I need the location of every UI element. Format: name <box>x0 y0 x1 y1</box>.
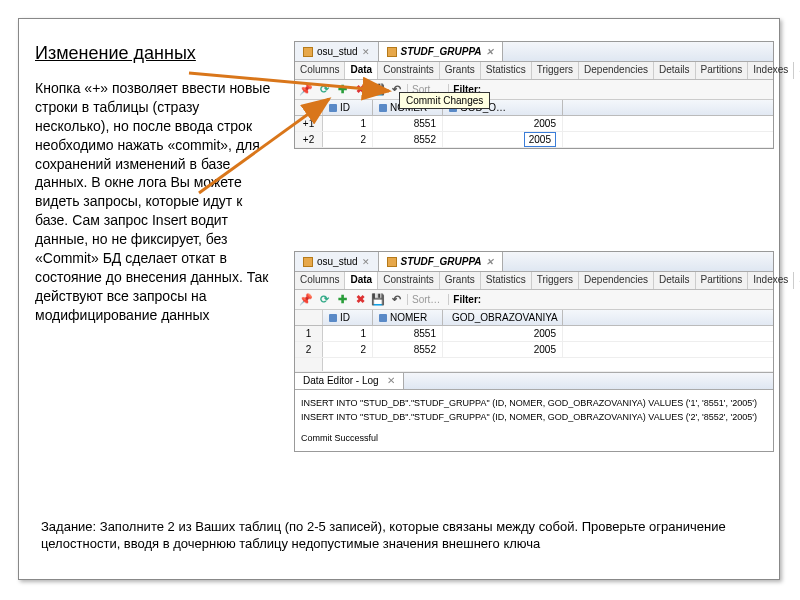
subtab-constraints[interactable]: Constraints <box>378 272 440 289</box>
col-nomer[interactable]: NOMER <box>373 310 443 325</box>
cell[interactable]: 2005 <box>443 342 563 357</box>
column-icon <box>329 314 337 322</box>
subtab-columns[interactable]: Columns <box>295 62 345 79</box>
worksheet-tab-studf-gruppa[interactable]: STUDF_GRUPPA ✕ <box>379 252 503 271</box>
close-icon[interactable]: ✕ <box>486 47 494 57</box>
table-icon <box>303 257 313 267</box>
log-tabbar: Data Editor - Log ✕ <box>295 372 773 390</box>
cell[interactable]: 8551 <box>373 116 443 131</box>
log-tab[interactable]: Data Editor - Log ✕ <box>295 373 404 389</box>
worksheet-tab-osu-stud[interactable]: osu_stud ✕ <box>295 42 379 61</box>
detail-tabs: Columns Data Constraints Grants Statisti… <box>295 272 773 290</box>
pin-icon[interactable]: 📌 <box>299 83 313 97</box>
subtab-statistics[interactable]: Statistics <box>481 272 532 289</box>
worksheet-tab-osu-stud[interactable]: osu_stud ✕ <box>295 252 379 271</box>
table-row[interactable]: 1 1 8551 2005 <box>295 326 773 342</box>
rownum: 1 <box>295 326 323 341</box>
cell[interactable]: 2 <box>323 342 373 357</box>
tab-label: osu_stud <box>317 256 358 267</box>
tooltip-commit: Commit Changes <box>399 92 490 109</box>
worksheet-tabs: osu_stud ✕ STUDF_GRUPPA ✕ <box>295 252 773 272</box>
table-icon <box>387 257 397 267</box>
table-row[interactable]: +1 1 8551 2005 <box>295 116 773 132</box>
tab-label: STUDF_GRUPPA <box>401 256 482 267</box>
subtab-data[interactable]: Data <box>345 272 378 289</box>
body-text: Кнопка «+» позволяет ввести новые строки… <box>35 79 275 325</box>
cell[interactable]: 2005 <box>443 326 563 341</box>
subtab-grants[interactable]: Grants <box>440 272 481 289</box>
subtab-data[interactable]: Data <box>345 62 378 79</box>
subtab-columns[interactable]: Columns <box>295 272 345 289</box>
table-row[interactable]: +2 2 8552 2005 <box>295 132 773 148</box>
close-icon[interactable]: ✕ <box>362 47 370 57</box>
tab-label: STUDF_GRUPPA <box>401 46 482 57</box>
log-body: INSERT INTO "STUD_DB"."STUDF_GRUPPA" (ID… <box>295 390 773 451</box>
cell[interactable]: 1 <box>323 116 373 131</box>
delete-row-icon[interactable]: ✖ <box>353 293 367 307</box>
log-line: INSERT INTO "STUD_DB"."STUDF_GRUPPA" (ID… <box>301 410 767 424</box>
rownum: +1 <box>295 116 323 131</box>
subtab-triggers[interactable]: Triggers <box>532 272 579 289</box>
rownum-header <box>295 100 323 115</box>
slide: Изменение данных Кнопка «+» позволяет вв… <box>18 18 780 580</box>
sort-button[interactable]: Sort… <box>407 294 444 305</box>
close-icon[interactable]: ✕ <box>362 257 370 267</box>
table-row-empty <box>295 358 773 372</box>
rownum: +2 <box>295 132 323 147</box>
close-icon[interactable]: ✕ <box>387 375 395 386</box>
subtab-indexes[interactable]: Indexes <box>748 272 794 289</box>
cell[interactable]: 2005 <box>443 116 563 131</box>
cell[interactable]: 8551 <box>373 326 443 341</box>
filter-label: Filter: <box>448 294 485 305</box>
sql-panel-edit: osu_stud ✕ STUDF_GRUPPA ✕ Columns Data C… <box>294 41 774 149</box>
table-icon <box>387 47 397 57</box>
subtab-partitions[interactable]: Partitions <box>696 62 749 79</box>
subtab-statistics[interactable]: Statistics <box>481 62 532 79</box>
close-icon[interactable]: ✕ <box>486 257 494 267</box>
subtab-sql[interactable]: SQL <box>794 62 800 79</box>
rollback-icon[interactable]: ↶ <box>389 293 403 307</box>
add-row-icon[interactable]: ✚ <box>335 83 349 97</box>
subtab-dependencies[interactable]: Dependencies <box>579 272 654 289</box>
commit-icon[interactable]: 💾 <box>371 293 385 307</box>
subtab-partitions[interactable]: Partitions <box>696 272 749 289</box>
log-status: Commit Successful <box>301 431 767 445</box>
col-id[interactable]: ID <box>323 100 373 115</box>
data-grid: ID NOMER GOD_OBRAZOVANIYA 1 1 8551 2005 … <box>295 310 773 372</box>
column-icon <box>329 104 337 112</box>
subtab-constraints[interactable]: Constraints <box>378 62 440 79</box>
data-toolbar: 📌 ⟳ ✚ ✖ 💾 ↶ Sort… Filter: <box>295 80 773 100</box>
subtab-grants[interactable]: Grants <box>440 62 481 79</box>
cell-editing[interactable]: 2005 <box>443 132 563 147</box>
data-grid: ID NOMER GOD_O… +1 1 8551 2005 +2 2 8552… <box>295 100 773 148</box>
detail-tabs: Columns Data Constraints Grants Statisti… <box>295 62 773 80</box>
worksheet-tab-studf-gruppa[interactable]: STUDF_GRUPPA ✕ <box>379 42 503 61</box>
commit-icon[interactable]: 💾 <box>371 83 385 97</box>
pin-icon[interactable]: 📌 <box>299 293 313 307</box>
cell[interactable]: 8552 <box>373 132 443 147</box>
cell[interactable]: 1 <box>323 326 373 341</box>
page-title: Изменение данных <box>35 43 196 64</box>
sql-panel-result: osu_stud ✕ STUDF_GRUPPA ✕ Columns Data C… <box>294 251 774 452</box>
subtab-sql[interactable]: SQL <box>794 272 800 289</box>
delete-row-icon[interactable]: ✖ <box>353 83 367 97</box>
refresh-icon[interactable]: ⟳ <box>317 83 331 97</box>
cell[interactable]: 2 <box>323 132 373 147</box>
col-god[interactable]: GOD_OBRAZOVANIYA <box>443 310 563 325</box>
data-toolbar: 📌 ⟳ ✚ ✖ 💾 ↶ Sort… Filter: <box>295 290 773 310</box>
table-row[interactable]: 2 2 8552 2005 <box>295 342 773 358</box>
subtab-dependencies[interactable]: Dependencies <box>579 62 654 79</box>
grid-header: ID NOMER GOD_O… <box>295 100 773 116</box>
grid-header: ID NOMER GOD_OBRAZOVANIYA <box>295 310 773 326</box>
subtab-indexes[interactable]: Indexes <box>748 62 794 79</box>
add-row-icon[interactable]: ✚ <box>335 293 349 307</box>
subtab-triggers[interactable]: Triggers <box>532 62 579 79</box>
rownum: 2 <box>295 342 323 357</box>
table-icon <box>303 47 313 57</box>
refresh-icon[interactable]: ⟳ <box>317 293 331 307</box>
subtab-details[interactable]: Details <box>654 272 696 289</box>
cell[interactable]: 8552 <box>373 342 443 357</box>
col-id[interactable]: ID <box>323 310 373 325</box>
subtab-details[interactable]: Details <box>654 62 696 79</box>
task-text: Задание: Заполните 2 из Ваших таблиц (по… <box>41 519 761 553</box>
